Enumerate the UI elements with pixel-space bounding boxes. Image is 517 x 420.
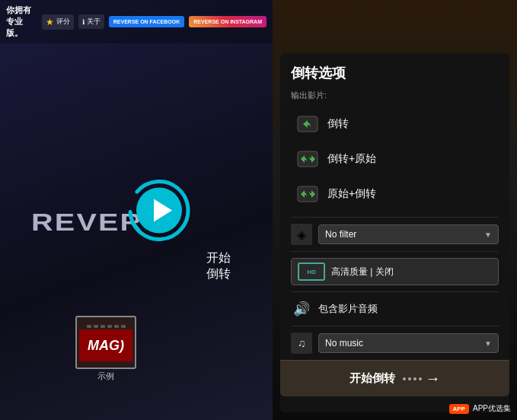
chevron-down-icon-music: ▼ [484,339,492,348]
dot-1 [403,377,406,380]
right-panel: 倒转选项 输出影片: 倒转 倒转+原始 [273,0,517,420]
info-icon: ℹ [82,18,85,26]
hd-row: HD 高清质量 | 关闭 [291,258,499,285]
watermark-badge: APP [449,404,469,414]
start-line2: 倒转 [206,266,231,282]
start-reverse-button[interactable]: 开始倒转 → [280,360,509,396]
music-row: ♫ No music ▼ [291,332,499,354]
reverse-icon [295,113,320,135]
example-thumbnail[interactable]: MAG) [75,316,136,369]
music-icon: ♫ [291,332,312,354]
film-hole [87,325,91,328]
film-hole [121,325,126,328]
dot-2 [408,377,411,380]
facebook-label: REVERSE ON FACEBOOK [113,19,180,24]
audio-label: 包含影片音频 [318,302,378,316]
play-circle-button[interactable] [125,176,193,244]
film-hole [107,325,112,328]
divider-3 [291,291,499,292]
start-btn-label: 开始倒转 [349,371,395,386]
film-hole [114,325,119,328]
filter-select[interactable]: No filter ▼ [318,224,499,244]
instagram-label: REVERSE ON INSTAGRAM [193,19,262,24]
rating-label: 评分 [56,17,70,27]
filter-value: No filter [325,229,356,240]
facebook-button[interactable]: REVERSE ON FACEBOOK [109,16,185,27]
output-option-reverse-original-label: 倒转+原始 [327,152,376,166]
top-bar: 你拥有专业版。 ★ 评分 ℹ 关于 REVERSE ON FACEBOOK RE… [0,0,273,43]
music-value: No music [325,338,363,348]
dot-4 [419,377,422,380]
filter-icon: ◈ [291,224,312,245]
film-hole [101,325,105,328]
output-option-reverse[interactable]: 倒转 [291,107,499,141]
output-option-original-reverse-label: 原始+倒转 [327,187,376,201]
options-title: 倒转选项 [291,64,499,82]
filter-row: ◈ No filter ▼ [291,224,499,245]
watermark: APP APP优选集 [449,403,511,414]
options-subtitle: 输出影片: [291,90,499,101]
left-panel: 你拥有专业版。 ★ 评分 ℹ 关于 REVERSE ON FACEBOOK RE… [0,0,273,420]
thumbnail-label: 示例 [75,371,136,382]
promo-text: 你拥有专业版。 [6,5,37,39]
film-hole [94,325,98,328]
instagram-button[interactable]: REVERSE ON INSTAGRAM [189,16,266,27]
start-line1: 开始 [206,250,231,266]
arrow-right-icon: → [426,370,441,387]
options-container: 倒转选项 输出影片: 倒转 倒转+原始 [280,53,509,412]
divider-4 [291,326,499,326]
output-option-reverse-label: 倒转 [327,117,349,131]
output-option-original-reverse[interactable]: 原始+倒转 [291,177,499,211]
reverse-original-icon [295,148,320,170]
about-label: 关于 [87,17,101,27]
divider-2 [291,251,499,252]
hd-label: 高清质量 | 关闭 [331,266,394,278]
hd-icon: HD [298,262,325,281]
divider-1 [291,217,499,218]
music-select[interactable]: No music ▼ [318,333,499,353]
original-reverse-icon [295,183,320,205]
speaker-icon: 🔊 [291,298,312,320]
main-content: REVERSE 开始 倒转 [0,43,273,420]
audio-row[interactable]: 🔊 包含影片音频 [291,298,499,320]
output-option-reverse-original[interactable]: 倒转+原始 [291,142,499,176]
thumbnail-image: MAG) [79,329,132,361]
about-button[interactable]: ℹ 关于 [78,14,104,29]
chevron-down-icon: ▼ [484,231,492,239]
thumbnail-area: MAG) 示例 [75,316,136,382]
rating-button[interactable]: ★ 评分 [42,14,74,30]
arrow-dots: → [403,370,441,387]
watermark-text: APP优选集 [473,403,511,414]
hd-quality-selector[interactable]: HD 高清质量 | 关闭 [291,258,499,285]
star-icon: ★ [46,17,54,27]
thumbnail-text: MAG) [88,338,124,354]
film-strip-top [77,323,135,329]
dot-3 [413,377,416,380]
